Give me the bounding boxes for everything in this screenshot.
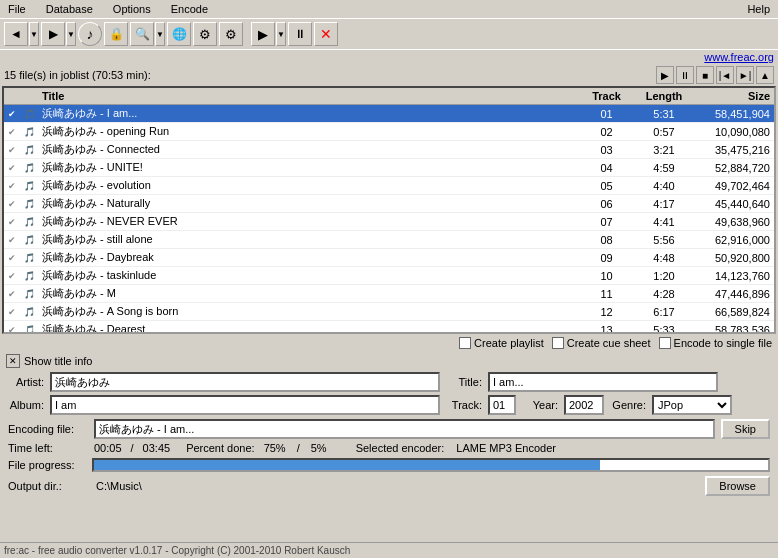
time-total: 03:45 <box>143 442 171 454</box>
row-check[interactable]: ✔ <box>4 235 20 245</box>
row-length: 5:56 <box>634 233 694 247</box>
table-row[interactable]: ✔ 🎵 浜崎あゆみ - Dearest 13 5:33 58,783,536 <box>4 321 774 334</box>
menu-file[interactable]: File <box>4 2 30 16</box>
row-size: 50,920,800 <box>694 251 774 265</box>
row-length: 5:31 <box>634 107 694 121</box>
encode-single-label[interactable]: Encode to single file <box>659 337 772 349</box>
row-check[interactable]: ✔ <box>4 253 20 263</box>
tb-cog-btn[interactable]: ⚙ <box>219 22 243 46</box>
enc-file-input[interactable] <box>94 419 715 439</box>
table-row[interactable]: ✔ 🎵 浜崎あゆみ - Naturally 06 4:17 45,440,640 <box>4 195 774 213</box>
show-title-toggle[interactable]: ✕ <box>6 354 20 368</box>
table-row[interactable]: ✔ 🎵 浜崎あゆみ - I am... 01 5:31 58,451,904 <box>4 105 774 123</box>
tb-globe-btn[interactable]: 🌐 <box>167 22 191 46</box>
row-check[interactable]: ✔ <box>4 307 20 317</box>
tracklist-body: ✔ 🎵 浜崎あゆみ - I am... 01 5:31 58,451,904 ✔… <box>4 105 774 334</box>
pb-eject-btn[interactable]: ▲ <box>756 66 774 84</box>
year-input[interactable] <box>564 395 604 415</box>
tb-btn2[interactable]: ▶ <box>41 22 65 46</box>
pb-stop-btn[interactable]: ■ <box>696 66 714 84</box>
output-row: Output dir.: C:\Music\ Browse <box>4 474 774 498</box>
tb-search-btn[interactable]: 🔍 <box>130 22 154 46</box>
pb-next-btn[interactable]: ►| <box>736 66 754 84</box>
row-icon: 🎵 <box>20 235 38 245</box>
encode-single-checkbox[interactable] <box>659 337 671 349</box>
tb-cd-btn[interactable]: ♪ <box>78 22 102 46</box>
genre-select[interactable]: JPop Pop Rock Jazz <box>652 395 732 415</box>
tb-dropdown3[interactable]: ▼ <box>155 22 165 46</box>
table-row[interactable]: ✔ 🎵 浜崎あゆみ - Daybreak 09 4:48 50,920,800 <box>4 249 774 267</box>
row-icon: 🎵 <box>20 289 38 299</box>
pb-pause-btn[interactable]: ⏸ <box>676 66 694 84</box>
row-length: 3:21 <box>634 143 694 157</box>
tracklist-header: Title Track Length Size <box>4 88 774 105</box>
menu-encode[interactable]: Encode <box>167 2 212 16</box>
create-playlist-label[interactable]: Create playlist <box>459 337 544 349</box>
row-check[interactable]: ✔ <box>4 163 20 173</box>
tb-dropdown4[interactable]: ▼ <box>276 22 286 46</box>
row-length: 4:28 <box>634 287 694 301</box>
tb-play-btn[interactable]: ▶ <box>251 22 275 46</box>
table-row[interactable]: ✔ 🎵 浜崎あゆみ - A Song is born 12 6:17 66,58… <box>4 303 774 321</box>
tb-lock-btn[interactable]: 🔒 <box>104 22 128 46</box>
pct-value: 75% <box>264 442 286 454</box>
row-check[interactable]: ✔ <box>4 199 20 209</box>
tb-back-btn[interactable]: ◄ <box>4 22 28 46</box>
row-check[interactable]: ✔ <box>4 271 20 281</box>
menu-help[interactable]: Help <box>743 2 774 16</box>
artist-input[interactable] <box>50 372 440 392</box>
row-length: 4:17 <box>634 197 694 211</box>
table-row[interactable]: ✔ 🎵 浜崎あゆみ - Connected 03 3:21 35,475,216 <box>4 141 774 159</box>
title-input[interactable] <box>488 372 718 392</box>
row-check[interactable]: ✔ <box>4 325 20 335</box>
tb-stop-btn[interactable]: ✕ <box>314 22 338 46</box>
row-size: 35,475,216 <box>694 143 774 157</box>
table-row[interactable]: ✔ 🎵 浜崎あゆみ - evolution 05 4:40 49,702,464 <box>4 177 774 195</box>
freac-url[interactable]: www.freac.org <box>704 51 774 63</box>
time-value: 00:05 <box>94 442 122 454</box>
show-title-label: Show title info <box>24 355 92 367</box>
track-label: Track: <box>446 399 482 411</box>
row-check[interactable]: ✔ <box>4 217 20 227</box>
create-cue-label[interactable]: Create cue sheet <box>552 337 651 349</box>
tb-dropdown-btn[interactable]: ▼ <box>29 22 39 46</box>
row-track: 07 <box>579 215 634 229</box>
table-row[interactable]: ✔ 🎵 浜崎あゆみ - UNITE! 04 4:59 52,884,720 <box>4 159 774 177</box>
row-size: 62,916,000 <box>694 233 774 247</box>
menubar: File Database Options Encode Help <box>0 0 778 19</box>
row-check[interactable]: ✔ <box>4 127 20 137</box>
row-size: 49,638,960 <box>694 215 774 229</box>
table-row[interactable]: ✔ 🎵 浜崎あゆみ - M 11 4:28 47,446,896 <box>4 285 774 303</box>
menu-database[interactable]: Database <box>42 2 97 16</box>
row-check[interactable]: ✔ <box>4 145 20 155</box>
menu-options[interactable]: Options <box>109 2 155 16</box>
year-label: Year: <box>522 399 558 411</box>
table-row[interactable]: ✔ 🎵 浜崎あゆみ - NEVER EVER 07 4:41 49,638,96… <box>4 213 774 231</box>
tb-wrench-btn[interactable]: ⚙ <box>193 22 217 46</box>
table-row[interactable]: ✔ 🎵 浜崎あゆみ - taskinlude 10 1:20 14,123,76… <box>4 267 774 285</box>
row-check[interactable]: ✔ <box>4 109 20 119</box>
table-row[interactable]: ✔ 🎵 浜崎あゆみ - still alone 08 5:56 62,916,0… <box>4 231 774 249</box>
row-check[interactable]: ✔ <box>4 289 20 299</box>
track-input[interactable] <box>488 395 516 415</box>
pct-sep: / <box>297 442 300 454</box>
album-input[interactable] <box>50 395 440 415</box>
album-label: Album: <box>8 399 44 411</box>
row-track: 09 <box>579 251 634 265</box>
tb-dropdown2[interactable]: ▼ <box>66 22 76 46</box>
tb-pause-btn[interactable]: ⏸ <box>288 22 312 46</box>
table-row[interactable]: ✔ 🎵 浜崎あゆみ - opening Run 02 0:57 10,090,0… <box>4 123 774 141</box>
skip-button[interactable]: Skip <box>721 419 770 439</box>
browse-button[interactable]: Browse <box>705 476 770 496</box>
row-check[interactable]: ✔ <box>4 181 20 191</box>
create-cue-checkbox[interactable] <box>552 337 564 349</box>
create-playlist-checkbox[interactable] <box>459 337 471 349</box>
pb-prev-btn[interactable]: |◄ <box>716 66 734 84</box>
toolbar-group-1: ◄ ▼ <box>4 22 39 46</box>
row-size: 66,589,824 <box>694 305 774 319</box>
row-length: 4:41 <box>634 215 694 229</box>
row-title: 浜崎あゆみ - taskinlude <box>38 267 579 284</box>
row-title: 浜崎あゆみ - opening Run <box>38 123 579 140</box>
pb-play-btn[interactable]: ▶ <box>656 66 674 84</box>
create-cue-text: Create cue sheet <box>567 337 651 349</box>
